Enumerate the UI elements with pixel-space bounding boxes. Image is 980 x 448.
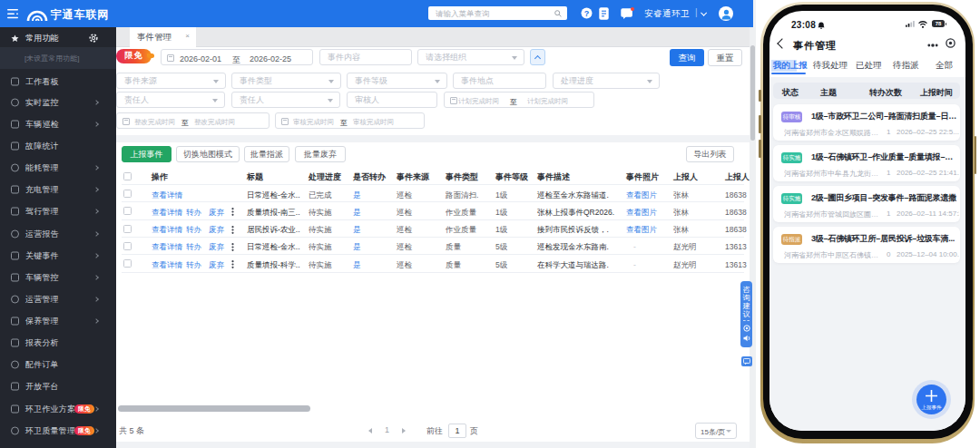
svg-text:?: ? — [584, 9, 590, 18]
